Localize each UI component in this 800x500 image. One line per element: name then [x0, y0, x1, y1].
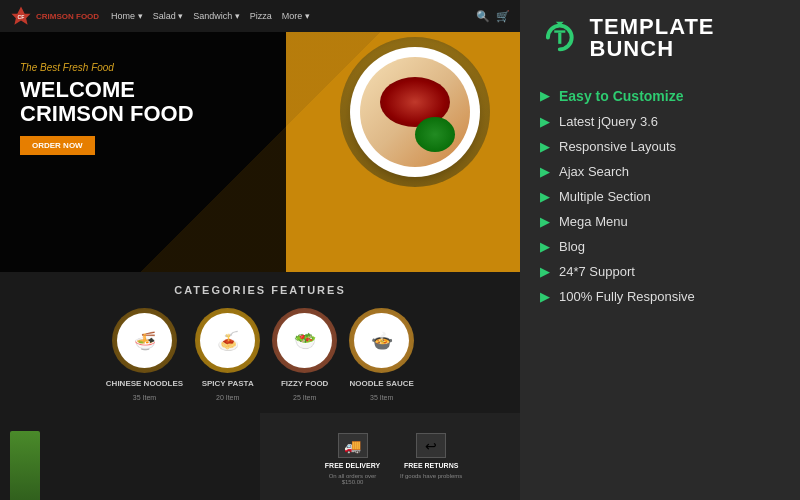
- returns-icon: ↩: [416, 433, 446, 458]
- categories-section: CATEGORIES FEATURES 🍜 CHINESE NOODLES 35…: [0, 272, 520, 413]
- features-list: ▶ Easy to Customize ▶ Latest jQuery 3.6 …: [540, 88, 780, 304]
- nav-pizza[interactable]: Pizza: [250, 11, 272, 21]
- list-item: ▶ 24*7 Support: [540, 264, 780, 279]
- category-image-3: 🥗: [272, 308, 337, 373]
- templatebunch-logo: [540, 15, 580, 60]
- site-logo: CF CRIMSON FOOD: [10, 5, 99, 27]
- badge-desc-delivery: On all orders over $150.00: [320, 473, 385, 485]
- hero-food-image: [340, 37, 490, 187]
- nav-home[interactable]: Home ▾: [111, 11, 143, 21]
- badge-desc-returns: If goods have problems: [400, 473, 462, 479]
- bottom-badges: 🚚 FREE DELIVERY On all orders over $150.…: [260, 413, 477, 500]
- feature-label-2: Latest jQuery 3.6: [559, 114, 658, 129]
- food-emoji-4: 🍲: [354, 313, 409, 368]
- category-count-2: 20 Item: [216, 394, 239, 401]
- site-navbar: CF CRIMSON FOOD Home ▾ Salad ▾ Sandwich …: [0, 0, 520, 32]
- arrow-icon-5: ▶: [540, 190, 549, 204]
- nav-sandwich[interactable]: Sandwich ▾: [193, 11, 240, 21]
- arrow-icon-1: ▶: [540, 89, 549, 103]
- arrow-icon-7: ▶: [540, 240, 549, 254]
- search-icon[interactable]: 🔍: [476, 10, 490, 23]
- svg-rect-3: [554, 30, 565, 32]
- arrow-icon-6: ▶: [540, 215, 549, 229]
- arrow-icon-9: ▶: [540, 290, 549, 304]
- category-name-3: FIZZY FOOD: [281, 379, 328, 388]
- hero-subtitle: The Best Fresh Food: [20, 62, 194, 73]
- list-item[interactable]: 🥗 FIZZY FOOD 25 Item: [272, 308, 337, 401]
- badge-title-delivery: FREE DELIVERY: [325, 462, 380, 469]
- feature-label-9: 100% Fully Responsive: [559, 289, 695, 304]
- hero-title: WELCOME CRIMSON FOOD: [20, 78, 194, 126]
- list-item: ▶ 100% Fully Responsive: [540, 289, 780, 304]
- category-count-3: 25 Item: [293, 394, 316, 401]
- food-emoji-1: 🍜: [117, 313, 172, 368]
- brand-header: TEMPLATE BUNCH: [540, 15, 780, 70]
- brand-name-text: TEMPLATE BUNCH: [590, 16, 780, 60]
- list-item: ▶ Mega Menu: [540, 214, 780, 229]
- website-preview: CF CRIMSON FOOD Home ▾ Salad ▾ Sandwich …: [0, 0, 520, 500]
- food-plate: [350, 47, 480, 177]
- category-image-1: 🍜: [112, 308, 177, 373]
- nav-more[interactable]: More ▾: [282, 11, 310, 21]
- list-item[interactable]: 🍲 NOODLE SAUCE 35 Item: [349, 308, 414, 401]
- site-name-text: CRIMSON FOOD: [36, 12, 99, 21]
- list-item: ▶ Ajax Search: [540, 164, 780, 179]
- category-name-1: CHINESE NOODLES: [106, 379, 183, 388]
- feature-label-1: Easy to Customize: [559, 88, 683, 104]
- feature-label-3: Responsive Layouts: [559, 139, 676, 154]
- category-grid: 🍜 CHINESE NOODLES 35 Item 🍝 SPICY PASTA …: [15, 308, 505, 401]
- list-item[interactable]: 🍝 SPICY PASTA 20 Item: [195, 308, 260, 401]
- svg-text:CF: CF: [18, 14, 25, 20]
- category-image-2: 🍝: [195, 308, 260, 373]
- arrow-icon-8: ▶: [540, 265, 549, 279]
- arrow-icon-2: ▶: [540, 115, 549, 129]
- feature-label-5: Multiple Section: [559, 189, 651, 204]
- svg-rect-4: [558, 33, 561, 44]
- hero-section: The Best Fresh Food WELCOME CRIMSON FOOD…: [0, 32, 520, 272]
- arrow-icon-4: ▶: [540, 165, 549, 179]
- plant-decoration: [10, 431, 40, 500]
- food-item-garnish: [415, 117, 455, 152]
- hero-content: The Best Fresh Food WELCOME CRIMSON FOOD…: [20, 62, 194, 155]
- delivery-icon: 🚚: [338, 433, 368, 458]
- feature-label-6: Mega Menu: [559, 214, 628, 229]
- category-image-4: 🍲: [349, 308, 414, 373]
- food-emoji-3: 🥗: [277, 313, 332, 368]
- list-item: ▶ Responsive Layouts: [540, 139, 780, 154]
- feature-label-4: Ajax Search: [559, 164, 629, 179]
- list-item: 🚚 FREE DELIVERY On all orders over $150.…: [320, 433, 385, 496]
- bottom-left-decor: [0, 413, 260, 500]
- nav-action-icons: 🔍 🛒: [476, 10, 510, 23]
- brand-name-container: TEMPLATE BUNCH: [590, 16, 780, 60]
- categories-title: CATEGORIES FEATURES: [15, 284, 505, 296]
- feature-label-8: 24*7 Support: [559, 264, 635, 279]
- food-emoji-2: 🍝: [200, 313, 255, 368]
- nav-links[interactable]: Home ▾ Salad ▾ Sandwich ▾ Pizza More ▾: [111, 11, 310, 21]
- list-item[interactable]: 🍜 CHINESE NOODLES 35 Item: [106, 308, 183, 401]
- list-item: ▶ Latest jQuery 3.6: [540, 114, 780, 129]
- list-item: ↩ FREE RETURNS If goods have problems: [400, 433, 462, 496]
- list-item: ▶ Blog: [540, 239, 780, 254]
- bottom-section: 🚚 FREE DELIVERY On all orders over $150.…: [0, 413, 520, 500]
- feature-label-7: Blog: [559, 239, 585, 254]
- right-panel: TEMPLATE BUNCH ▶ Easy to Customize ▶ Lat…: [520, 0, 800, 500]
- list-item: ▶ Easy to Customize: [540, 88, 780, 104]
- category-name-2: SPICY PASTA: [202, 379, 254, 388]
- category-count-1: 35 Item: [133, 394, 156, 401]
- badge-title-returns: FREE RETURNS: [404, 462, 458, 469]
- nav-salad[interactable]: Salad ▾: [153, 11, 184, 21]
- list-item: ▶ Multiple Section: [540, 189, 780, 204]
- arrow-icon-3: ▶: [540, 140, 549, 154]
- cart-icon[interactable]: 🛒: [496, 10, 510, 23]
- category-count-4: 35 Item: [370, 394, 393, 401]
- hero-cta-button[interactable]: ORDER NOW: [20, 136, 95, 155]
- category-name-4: NOODLE SAUCE: [349, 379, 413, 388]
